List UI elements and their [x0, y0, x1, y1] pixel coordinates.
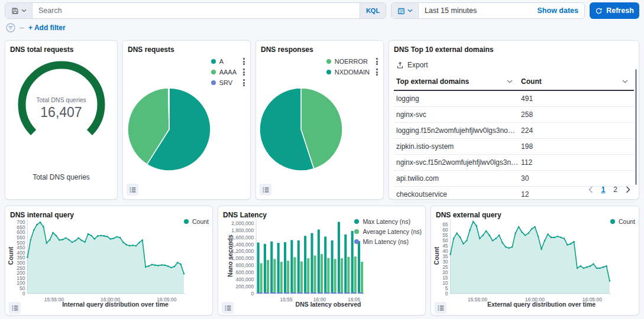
- export-button[interactable]: Export: [396, 61, 438, 69]
- avg-latency-bar[interactable]: [334, 259, 336, 294]
- refresh-button[interactable]: Refresh: [590, 2, 639, 19]
- legend-toggle-button[interactable]: [9, 302, 21, 314]
- max-latency-bar[interactable]: [264, 244, 266, 294]
- legend-item[interactable]: NXDOMAIN: [326, 68, 378, 76]
- max-latency-bar[interactable]: [290, 240, 293, 294]
- max-latency-bar[interactable]: [338, 222, 340, 294]
- min-latency-bar[interactable]: [257, 292, 263, 294]
- min-latency-bar[interactable]: [344, 292, 349, 294]
- avg-latency-bar[interactable]: [267, 260, 269, 294]
- max-latency-bar[interactable]: [277, 243, 280, 294]
- min-latency-bar[interactable]: [264, 292, 269, 294]
- max-latency-bar[interactable]: [318, 230, 320, 294]
- page-2-button[interactable]: 2: [613, 185, 617, 194]
- table-row: nginx-svc.f15n2womfujehfjlwv0lgs3no...11…: [394, 155, 634, 171]
- max-latency-bar[interactable]: [284, 242, 286, 294]
- max-latency-bar[interactable]: [257, 243, 260, 294]
- max-latency-bar[interactable]: [297, 240, 300, 294]
- avg-latency-bar[interactable]: [347, 257, 349, 294]
- avg-latency-bar[interactable]: [341, 258, 343, 294]
- avg-latency-bar[interactable]: [307, 258, 309, 294]
- max-latency-bar[interactable]: [344, 235, 347, 294]
- min-latency-bar[interactable]: [358, 292, 363, 294]
- domain-cell: zipkin.istio-system: [394, 139, 519, 155]
- legend-label: Average Latency (ns): [359, 228, 422, 235]
- max-latency-bar[interactable]: [358, 241, 360, 294]
- legend-menu-icon[interactable]: [242, 57, 245, 66]
- min-latency-bar[interactable]: [284, 292, 289, 294]
- time-range-value[interactable]: Last 15 minutes: [419, 3, 538, 18]
- legend-menu-icon[interactable]: [376, 68, 378, 76]
- min-latency-bar[interactable]: [318, 292, 323, 294]
- page-1-button[interactable]: 1: [601, 185, 606, 194]
- legend-item[interactable]: Min Latency (ns): [354, 238, 422, 245]
- max-latency-bar[interactable]: [324, 236, 326, 294]
- min-latency-bar[interactable]: [297, 292, 303, 294]
- avg-latency-bar[interactable]: [280, 262, 283, 294]
- max-latency-bar[interactable]: [270, 242, 273, 294]
- dns-requests-pie[interactable]: [125, 83, 214, 172]
- table-row: logging491: [394, 90, 634, 107]
- axis-tick-label: 50: [442, 237, 448, 243]
- legend-item[interactable]: Count: [610, 218, 635, 225]
- legend-toggle-button[interactable]: [127, 184, 138, 196]
- avg-latency-bar[interactable]: [321, 254, 323, 294]
- legend-menu-icon[interactable]: [242, 68, 245, 76]
- min-latency-bar[interactable]: [310, 292, 316, 294]
- avg-latency-bar[interactable]: [293, 257, 296, 294]
- max-latency-bar[interactable]: [310, 233, 313, 294]
- show-dates-link[interactable]: Show dates: [538, 3, 584, 18]
- min-latency-bar[interactable]: [290, 292, 296, 294]
- legend-item[interactable]: NOERROR: [326, 57, 378, 66]
- avg-latency-bar[interactable]: [260, 263, 263, 294]
- min-latency-bar[interactable]: [304, 292, 309, 294]
- latency-chart: 0200,000400,000600,000800,0001,000,0001,…: [225, 218, 366, 307]
- legend-toggle-button[interactable]: [435, 302, 446, 314]
- min-latency-bar[interactable]: [324, 292, 329, 294]
- axis-tick-label: 16:00:00: [101, 297, 120, 302]
- avg-latency-bar[interactable]: [287, 261, 289, 294]
- panel-title: DNS requests: [128, 45, 245, 54]
- legend-item[interactable]: AAAA: [211, 68, 245, 76]
- max-latency-bar[interactable]: [351, 231, 354, 294]
- legend-item[interactable]: A: [211, 57, 245, 66]
- gauge-value: 16,407: [5, 105, 117, 121]
- min-latency-bar[interactable]: [270, 292, 276, 294]
- search-input[interactable]: [33, 3, 360, 18]
- avg-latency-bar[interactable]: [314, 255, 316, 294]
- list-icon: [224, 304, 232, 312]
- dns-responses-pie[interactable]: [258, 83, 347, 172]
- filter-icon[interactable]: [6, 23, 15, 32]
- legend-item[interactable]: Average Latency (ns): [354, 228, 422, 235]
- table-scrollbar[interactable]: [635, 69, 637, 185]
- legend-toggle-button[interactable]: [260, 184, 271, 196]
- min-latency-bar[interactable]: [331, 292, 336, 294]
- avg-latency-bar[interactable]: [273, 259, 276, 294]
- panel-dns-internal-query: DNS internal query Count 050100150200250…: [5, 206, 213, 315]
- legend-menu-icon[interactable]: [376, 57, 378, 66]
- avg-latency-bar[interactable]: [354, 256, 357, 294]
- previous-page-icon[interactable]: [588, 186, 593, 193]
- legend-item[interactable]: SRV: [211, 79, 245, 87]
- add-filter-link[interactable]: + Add filter: [28, 24, 66, 32]
- max-latency-bar[interactable]: [304, 236, 306, 294]
- column-header-domains[interactable]: Top external domains: [394, 74, 519, 90]
- calendar-button[interactable]: [391, 3, 419, 18]
- avg-latency-bar[interactable]: [327, 258, 329, 294]
- kql-badge[interactable]: KQL: [360, 3, 386, 18]
- avg-latency-bar[interactable]: [300, 262, 303, 294]
- legend-toggle-button[interactable]: [222, 302, 234, 314]
- legend-item[interactable]: Count: [184, 218, 209, 225]
- avg-latency-bar[interactable]: [361, 262, 363, 294]
- legend-menu-icon[interactable]: [242, 79, 245, 87]
- axis-tick-label: 65: [442, 222, 448, 227]
- legend-dot: [211, 70, 216, 74]
- saved-query-button[interactable]: [5, 3, 33, 18]
- min-latency-bar[interactable]: [277, 292, 283, 294]
- legend-item[interactable]: Max Latency (ns): [354, 218, 422, 225]
- column-header-count[interactable]: Count: [519, 74, 634, 90]
- min-latency-bar[interactable]: [351, 292, 357, 294]
- min-latency-bar[interactable]: [338, 292, 343, 294]
- next-page-icon[interactable]: [626, 186, 630, 193]
- max-latency-bar[interactable]: [331, 240, 334, 294]
